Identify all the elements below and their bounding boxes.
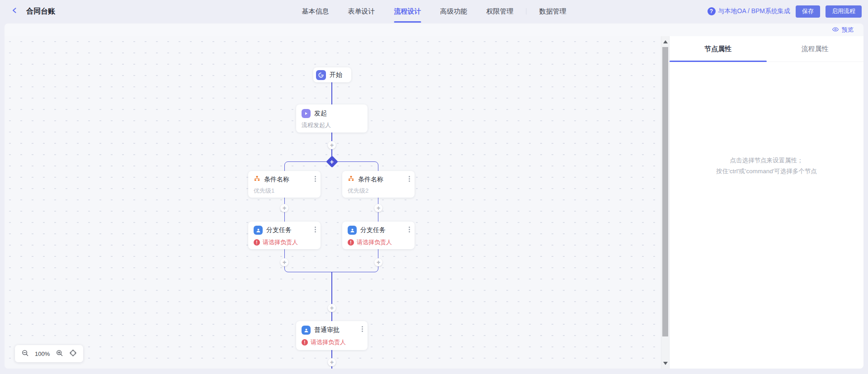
integration-link-label: 与本地OA / BPM系统集成 <box>718 7 790 15</box>
scroll-up-button[interactable] <box>661 37 669 46</box>
tab-data-management[interactable]: 数据管理 <box>539 0 566 23</box>
warning-icon: ! <box>348 239 354 246</box>
zoom-level: 100% <box>35 350 50 357</box>
branch-task-node-2[interactable]: 分支任务 ! 请选择负责人 <box>342 222 415 249</box>
save-button[interactable]: 保存 <box>796 5 820 18</box>
node-title: 条件名称 <box>358 175 383 184</box>
magnifier-plus-icon <box>56 349 63 359</box>
warning-icon: ! <box>302 339 308 346</box>
scroll-down-button[interactable] <box>661 359 669 368</box>
condition-node-1[interactable]: 条件名称 优先级1 <box>248 171 321 198</box>
kebab-menu-icon[interactable] <box>408 226 411 233</box>
node-subtitle: 优先级2 <box>348 187 409 195</box>
person-icon <box>348 226 357 235</box>
add-node-button[interactable]: + <box>328 304 336 312</box>
chevron-left-icon <box>11 7 19 16</box>
enable-flow-button[interactable]: 启用流程 <box>826 5 862 18</box>
active-tab-underline <box>394 21 421 23</box>
add-node-button[interactable]: + <box>328 141 336 149</box>
zoom-in-button[interactable] <box>56 349 63 359</box>
zoom-toolbar: 100% <box>15 345 83 362</box>
power-icon <box>316 70 326 80</box>
start-node[interactable]: 开始 <box>313 67 351 82</box>
kebab-menu-icon[interactable] <box>314 226 317 233</box>
fit-view-button[interactable] <box>69 349 77 359</box>
node-title: 分支任务 <box>266 226 292 234</box>
page-title: 合同台账 <box>26 7 55 16</box>
canvas-scrollbar[interactable] <box>661 36 669 369</box>
preview-label: 预览 <box>842 26 854 34</box>
node-warning: 请选择负责人 <box>311 338 346 346</box>
tab-basic-info[interactable]: 基本信息 <box>302 0 329 23</box>
add-node-button[interactable]: + <box>374 258 382 266</box>
connector-line <box>331 82 332 104</box>
eye-icon <box>832 26 839 34</box>
zoom-out-button[interactable] <box>21 349 29 359</box>
tab-process-design[interactable]: 流程设计 <box>394 0 421 23</box>
integration-help-link[interactable]: ? 与本地OA / BPM系统集成 <box>708 7 790 15</box>
node-subtitle: 优先级1 <box>254 187 315 195</box>
tab-group-divider <box>526 8 527 14</box>
add-node-button[interactable]: + <box>280 204 288 212</box>
branch-task-node-1[interactable]: 分支任务 ! 请选择负责人 <box>248 222 321 249</box>
back-button[interactable] <box>9 5 21 17</box>
node-title: 普通审批 <box>314 326 340 334</box>
panel-tabs: 节点属性 流程属性 <box>670 36 863 62</box>
preview-button[interactable]: 预览 <box>832 26 854 34</box>
node-subtitle: 流程发起人 <box>302 121 362 129</box>
connector-line <box>331 272 332 321</box>
kebab-menu-icon[interactable] <box>314 175 317 183</box>
node-title: 发起 <box>314 109 327 118</box>
node-title: 分支任务 <box>360 226 386 234</box>
tab-form-design[interactable]: 表单设计 <box>348 0 375 23</box>
add-node-button[interactable]: + <box>280 258 288 266</box>
scrollbar-thumb[interactable] <box>662 47 668 336</box>
kebab-menu-icon[interactable] <box>408 175 411 183</box>
node-warning: 请选择负责人 <box>263 238 298 246</box>
person-icon <box>302 326 311 335</box>
node-warning: 请选择负责人 <box>357 238 392 246</box>
kebab-menu-icon[interactable] <box>361 325 364 333</box>
tab-node-properties[interactable]: 节点属性 <box>670 36 767 62</box>
initiate-node[interactable]: 发起 流程发起人 <box>296 104 368 133</box>
flow-canvas[interactable]: 开始 + 发起 流程发起人 + <box>5 36 661 369</box>
question-circle-icon: ? <box>708 7 716 15</box>
add-node-button[interactable]: + <box>374 204 382 212</box>
crosshair-icon <box>69 349 77 359</box>
warning-icon: ! <box>254 239 260 246</box>
panel-placeholder-text: 点击选择节点来设置属性； 按住'ctrl'或'command'可选择多个节点 <box>670 155 863 176</box>
designer-card: 预览 开始 + <box>5 24 863 369</box>
branch-icon <box>254 175 260 184</box>
condition-node-2[interactable]: 条件名称 优先级2 <box>342 171 415 198</box>
node-title: 开始 <box>330 71 342 79</box>
app-header: 合同台账 基本信息 表单设计 流程设计 高级功能 权限管理 数据管理 ? 与本地… <box>0 0 868 23</box>
properties-panel: 节点属性 流程属性 点击选择节点来设置属性； 按住'ctrl'或'command… <box>669 36 863 369</box>
approval-node[interactable]: 普通审批 ! 请选择负责人 <box>296 321 368 350</box>
add-node-button[interactable]: + <box>328 358 336 366</box>
tab-advanced-features[interactable]: 高级功能 <box>440 0 467 23</box>
add-branch-button[interactable]: + <box>326 156 338 167</box>
person-icon <box>254 226 263 235</box>
triangle-up-icon <box>663 40 668 43</box>
magnifier-minus-icon <box>21 349 29 359</box>
header-tabs: 基本信息 表单设计 流程设计 高级功能 权限管理 数据管理 <box>302 0 566 23</box>
canvas-toolbar: 预览 <box>5 24 863 36</box>
node-title: 条件名称 <box>264 175 289 184</box>
play-icon <box>302 109 311 118</box>
branch-icon <box>348 175 354 184</box>
tab-permission-management[interactable]: 权限管理 <box>486 0 514 23</box>
tab-process-properties[interactable]: 流程属性 <box>767 36 864 62</box>
triangle-down-icon <box>663 362 668 365</box>
